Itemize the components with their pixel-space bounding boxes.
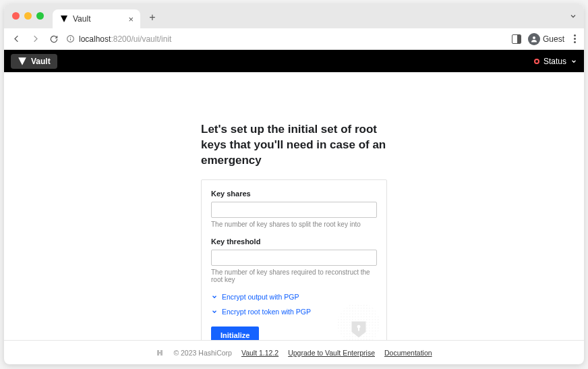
new-tab-button[interactable]: + bbox=[144, 9, 160, 26]
avatar-icon bbox=[528, 33, 540, 45]
tab-title: Vault bbox=[73, 14, 124, 24]
initialize-button[interactable]: Initialize bbox=[211, 327, 259, 340]
status-dropdown[interactable]: Status bbox=[534, 57, 577, 66]
status-indicator-icon bbox=[534, 59, 539, 64]
forward-button[interactable] bbox=[28, 32, 42, 46]
key-threshold-help: The number of key shares required to rec… bbox=[211, 268, 377, 283]
encrypt-output-label: Encrypt output with PGP bbox=[222, 293, 299, 301]
svg-point-3 bbox=[533, 36, 535, 39]
key-shares-help: The number of key shares to split the ro… bbox=[211, 221, 377, 228]
app-footer: © 2023 HashiCorp Vault 1.12.2 Upgrade to… bbox=[4, 340, 584, 364]
side-panel-icon[interactable] bbox=[512, 34, 521, 44]
chevron-down-icon bbox=[211, 308, 218, 315]
back-button[interactable] bbox=[9, 32, 23, 46]
svg-rect-7 bbox=[358, 327, 359, 331]
window-controls bbox=[12, 12, 44, 20]
profile-label: Guest bbox=[543, 34, 564, 44]
profile-button[interactable]: Guest bbox=[528, 33, 564, 45]
documentation-link[interactable]: Documentation bbox=[384, 349, 432, 357]
tabs-dropdown-icon[interactable] bbox=[569, 12, 577, 20]
key-shares-input[interactable] bbox=[211, 202, 377, 218]
browser-toolbar: localhost:8200/ui/vault/init Guest bbox=[4, 28, 584, 50]
url-text: localhost:8200/ui/vault/init bbox=[79, 34, 171, 44]
address-bar[interactable]: localhost:8200/ui/vault/init bbox=[66, 34, 506, 44]
hashicorp-logo-icon bbox=[156, 349, 164, 357]
chevron-down-icon bbox=[570, 58, 577, 65]
tabs-row: Vault × + bbox=[53, 4, 160, 28]
chevron-down-icon bbox=[211, 293, 218, 300]
key-shares-label: Key shares bbox=[211, 190, 377, 198]
app-header: Vault Status bbox=[4, 50, 584, 72]
copyright-text: © 2023 HashiCorp bbox=[173, 349, 232, 357]
toolbar-right: Guest bbox=[512, 33, 579, 45]
minimize-window-button[interactable] bbox=[24, 12, 32, 20]
browser-menu-button[interactable] bbox=[571, 34, 579, 43]
main-content: Let's set up the initial set of root key… bbox=[4, 72, 584, 340]
reload-button[interactable] bbox=[47, 32, 61, 46]
browser-tabstrip: Vault × + bbox=[4, 4, 584, 28]
encrypt-token-label: Encrypt root token with PGP bbox=[222, 308, 311, 316]
browser-window: Vault × + localhost:8200/ui/vault/init bbox=[4, 4, 584, 364]
page-title: Let's set up the initial set of root key… bbox=[201, 122, 387, 169]
init-form-wrap: Let's set up the initial set of root key… bbox=[201, 122, 387, 340]
close-tab-icon[interactable]: × bbox=[128, 14, 134, 24]
vault-logo-icon bbox=[18, 57, 27, 66]
browser-tab[interactable]: Vault × bbox=[53, 9, 140, 28]
upgrade-link[interactable]: Upgrade to Vault Enterprise bbox=[288, 349, 375, 357]
brand-label: Vault bbox=[31, 57, 51, 66]
key-threshold-label: Key threshold bbox=[211, 237, 377, 246]
status-label: Status bbox=[543, 57, 566, 66]
svg-rect-10 bbox=[157, 352, 163, 353]
version-link[interactable]: Vault 1.12.2 bbox=[241, 349, 278, 357]
vault-favicon-icon bbox=[59, 14, 69, 24]
close-window-button[interactable] bbox=[12, 12, 20, 20]
encrypt-output-expander[interactable]: Encrypt output with PGP bbox=[211, 293, 377, 301]
site-info-icon[interactable] bbox=[66, 34, 75, 43]
key-threshold-input[interactable] bbox=[211, 250, 377, 266]
svg-point-6 bbox=[357, 325, 361, 329]
encrypt-token-expander[interactable]: Encrypt root token with PGP bbox=[211, 308, 377, 316]
init-card: Key shares The number of key shares to s… bbox=[201, 179, 387, 340]
maximize-window-button[interactable] bbox=[36, 12, 44, 20]
brand-button[interactable]: Vault bbox=[11, 54, 57, 69]
